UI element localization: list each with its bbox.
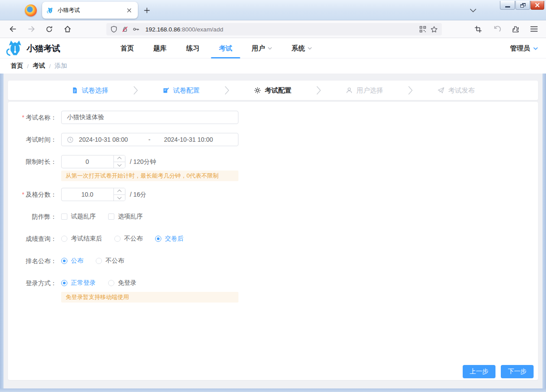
- form-actions: 上一步 下一步: [463, 365, 534, 378]
- wizard-steps: 试卷选择 试卷配置 考试配置 用户选择: [8, 81, 538, 100]
- nav-item-system[interactable]: 系统: [282, 38, 322, 58]
- shield-icon[interactable]: [110, 26, 117, 33]
- breadcrumb-add: 添加: [55, 62, 67, 70]
- exam-time-start[interactable]: 2024-10-31 08:00: [79, 136, 135, 143]
- gear-icon: [254, 87, 261, 94]
- step-arrow-icon: [408, 86, 413, 95]
- step-arrow-icon: [225, 86, 229, 95]
- window-close-button[interactable]: [530, 1, 544, 10]
- radio-no-login[interactable]: 免登录: [108, 279, 136, 287]
- duration-increase-button[interactable]: [114, 155, 125, 162]
- exam-name-label: *考试名称：: [8, 111, 61, 124]
- user-icon: [346, 87, 353, 94]
- undo-icon[interactable]: [492, 24, 502, 34]
- breadcrumb-exam[interactable]: 考试: [33, 62, 45, 70]
- checkbox-icon: [108, 213, 114, 220]
- radio-icon: [61, 280, 67, 286]
- duration-suffix: / 120分钟: [130, 155, 156, 168]
- radio-icon: [114, 236, 121, 242]
- app-title: 小猫考试: [27, 43, 60, 54]
- tab-title: 小猫考试: [58, 7, 125, 14]
- breadcrumb-home[interactable]: 首页: [11, 62, 23, 70]
- reload-icon[interactable]: [44, 24, 54, 34]
- app-logo-cat-icon[interactable]: [5, 39, 25, 58]
- new-tab-button[interactable]: [142, 5, 152, 15]
- login-mode-label: 登录方式：: [8, 276, 61, 290]
- app-header: 小猫考试 首页 题库 练习 考试 用户 系统 管理员: [0, 38, 546, 58]
- next-step-button[interactable]: 下一步: [501, 365, 534, 378]
- url-bar[interactable]: 192.168.0.86:8000/exam/add: [106, 23, 442, 35]
- radio-icon: [61, 236, 67, 242]
- restore-icon: [520, 3, 526, 8]
- exam-time-range-picker[interactable]: 2024-10-31 08:00 - 2024-10-31 10:00: [61, 133, 238, 146]
- nav-item-question-bank[interactable]: 题库: [144, 38, 176, 58]
- browser-toolbar: 192.168.0.86:8000/exam/add: [0, 20, 546, 38]
- browser-tab[interactable]: 小猫考试: [42, 2, 138, 19]
- nav-item-home[interactable]: 首页: [111, 38, 144, 58]
- minimize-icon: [505, 6, 510, 8]
- back-icon[interactable]: [8, 24, 18, 34]
- pass-score-number-input[interactable]: 10.0: [61, 188, 125, 201]
- clock-icon: [67, 136, 74, 143]
- step-exam-publish[interactable]: 考试发布: [437, 86, 475, 95]
- exam-name-input[interactable]: [61, 111, 238, 124]
- window-restore-button[interactable]: [515, 1, 530, 10]
- forward-icon[interactable]: [26, 24, 36, 34]
- pass-score-label: *及格分数：: [8, 188, 61, 201]
- nav-item-exam[interactable]: 考试: [209, 38, 242, 58]
- pass-score-suffix: / 16分: [130, 188, 146, 201]
- menu-hamburger-icon[interactable]: [529, 24, 539, 34]
- list-all-tabs-icon[interactable]: [468, 6, 478, 14]
- lock-slash-icon[interactable]: [121, 26, 129, 33]
- document-icon: [71, 87, 78, 94]
- radio-not-public[interactable]: 不公布: [114, 235, 143, 243]
- pass-score-increase-button[interactable]: [114, 188, 125, 195]
- breadcrumb-separator: /: [49, 63, 51, 70]
- breadcrumb-separator: /: [27, 63, 29, 70]
- step-paper-select[interactable]: 试卷选择: [71, 86, 109, 95]
- nav-item-user[interactable]: 用户: [242, 38, 282, 58]
- exam-time-end[interactable]: 2024-10-31 10:00: [164, 136, 213, 143]
- prev-step-button[interactable]: 上一步: [463, 365, 495, 378]
- qr-scan-icon[interactable]: [419, 26, 426, 33]
- radio-no-publish[interactable]: 不公布: [96, 257, 124, 265]
- radio-normal-login[interactable]: 正常登录: [61, 279, 96, 287]
- step-paper-config[interactable]: 试卷配置: [163, 86, 200, 95]
- firefox-logo-icon[interactable]: [25, 4, 37, 16]
- key-permissions-icon[interactable]: [133, 26, 140, 33]
- chevron-down-icon: [268, 47, 272, 50]
- duration-decrease-button[interactable]: [114, 162, 125, 168]
- required-asterisk: *: [22, 191, 24, 198]
- radio-icon: [96, 258, 102, 264]
- pass-score-value[interactable]: 10.0: [62, 188, 113, 201]
- required-asterisk: *: [22, 114, 24, 121]
- radio-after-exam-end[interactable]: 考试结束后: [61, 235, 102, 243]
- extensions-puzzle-icon[interactable]: [511, 24, 520, 34]
- duration-number-input[interactable]: 0: [61, 155, 125, 168]
- checkbox-shuffle-questions[interactable]: 试题乱序: [61, 213, 96, 221]
- radio-publish[interactable]: 公布: [61, 257, 83, 265]
- user-menu-admin[interactable]: 管理员: [510, 38, 538, 58]
- checkbox-shuffle-options[interactable]: 选项乱序: [108, 213, 143, 221]
- step-user-select[interactable]: 用户选择: [346, 86, 383, 95]
- chevron-down-icon: [533, 47, 538, 50]
- tab-close-icon[interactable]: [125, 6, 133, 15]
- window-border-bottom: [0, 388, 546, 392]
- step-exam-config[interactable]: 考试配置: [254, 86, 292, 95]
- score-query-label: 成绩查询：: [8, 232, 61, 245]
- chevron-down-icon: [308, 47, 312, 50]
- radio-icon: [108, 280, 114, 286]
- radio-after-submit[interactable]: 交卷后: [155, 235, 183, 243]
- breadcrumb: 首页 / 考试 / 添加: [0, 58, 546, 74]
- window-minimize-button[interactable]: [500, 1, 515, 10]
- bookmark-star-icon[interactable]: [430, 26, 438, 33]
- pass-score-decrease-button[interactable]: [114, 195, 125, 201]
- nav-item-practice[interactable]: 练习: [176, 38, 209, 58]
- radio-icon: [61, 258, 67, 264]
- url-text[interactable]: 192.168.0.86:8000/exam/add: [145, 26, 415, 33]
- home-icon[interactable]: [62, 24, 72, 34]
- screenshot-crop-icon[interactable]: [473, 24, 483, 34]
- duration-hint: 从第一次打开试卷开始计时，最长能考几分钟，0代表不限制: [61, 171, 238, 181]
- duration-value[interactable]: 0: [62, 155, 113, 168]
- close-icon: [535, 3, 540, 8]
